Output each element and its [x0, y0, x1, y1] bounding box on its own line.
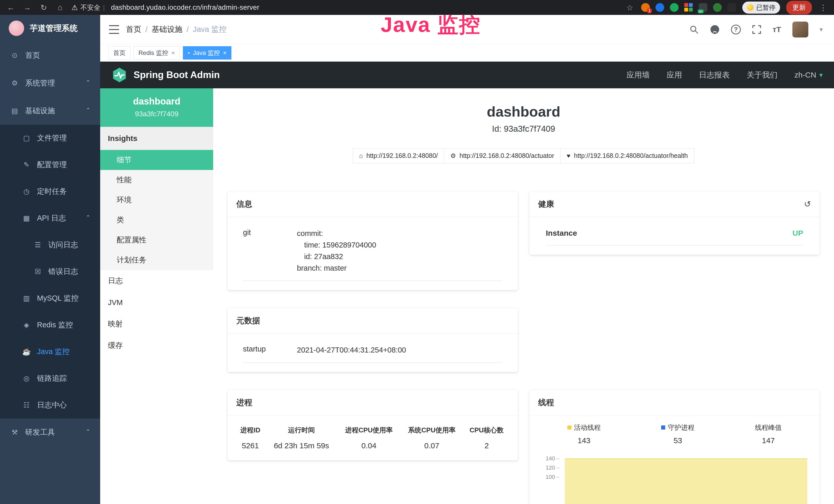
ext-paw-icon[interactable] — [727, 3, 736, 12]
process-col-header: CPU核心数 — [463, 422, 510, 438]
help-icon[interactable]: ? — [731, 25, 741, 35]
emoji-face-icon — [747, 4, 753, 11]
sba-item-mappings[interactable]: 映射 — [100, 313, 213, 335]
tag-java-monitor[interactable]: ● Java 监控 × — [183, 46, 232, 60]
sba-brand[interactable]: Spring Boot Admin — [111, 67, 220, 83]
fullscreen-icon[interactable] — [752, 25, 761, 34]
sba-locale-select[interactable]: zh-CN ▾ — [794, 71, 823, 79]
address-url[interactable]: dashboard.yudao.iocoder.cn/infra/admin-s… — [111, 4, 259, 12]
sba-item-classes[interactable]: 类 — [100, 210, 213, 230]
sidebar-item-redis-monitor[interactable]: ◈ Redis 监控 — [0, 312, 100, 338]
back-icon[interactable]: ← — [6, 3, 16, 12]
ext-on-badge-icon[interactable]: on — [699, 3, 707, 12]
chevron-down-icon: ˇ — [87, 79, 89, 88]
health-instance-label: Instance — [546, 229, 577, 237]
link-actuator-url[interactable]: ⚙ http://192.168.0.2:48080/actuator — [444, 148, 561, 163]
sba-instance-header[interactable]: dashboard 93a3fc7f7409 — [100, 88, 213, 127]
sidebar-item-label: 错误日志 — [48, 267, 78, 277]
breadcrumb-home[interactable]: 首页 — [126, 24, 141, 35]
tag-redis-monitor[interactable]: Redis 监控 × — [134, 46, 180, 60]
ext-green-circle-icon[interactable] — [670, 3, 679, 12]
health-status-badge: UP — [792, 229, 803, 237]
link-service-url[interactable]: ⌂ http://192.168.0.2:48080/ — [353, 148, 444, 163]
sba-main: dashboard Id: 93a3fc7f7409 ⌂ http://192.… — [213, 88, 834, 504]
sidebar-item-config-management[interactable]: ✎ 配置管理 — [0, 152, 100, 178]
sba-item-jvm[interactable]: JVM — [100, 292, 213, 313]
tools-icon: ⚒ — [10, 428, 19, 436]
app-shell: 芋道管理系统 ⊙ 首页 ⚙ 系统管理 ˇ ▤ 基础设施 ˆ ▢ 文件管理 ✎ — [0, 15, 834, 504]
sba-item-caches[interactable]: 缓存 — [100, 335, 213, 357]
java-monitor-icon: ☕ — [22, 348, 31, 356]
ext-grid-icon[interactable] — [684, 3, 693, 12]
app-logo[interactable]: 芋道管理系统 — [0, 15, 100, 42]
sidebar-item-label: 系统管理 — [25, 78, 55, 88]
sidebar-item-link-tracing[interactable]: ◎ 链路追踪 — [0, 365, 100, 392]
chevron-down-icon: ˇ — [87, 428, 89, 437]
sba-nav-wall[interactable]: 应用墙 — [627, 70, 650, 81]
info-value: commit: time: 1596289704000 id: 27aa832 … — [297, 228, 376, 274]
error-log-icon: ☒ — [34, 268, 42, 276]
legend-label-text: 线程峰值 — [755, 423, 782, 432]
card-threads: 线程 活动线程 143 — [529, 390, 820, 504]
bookmark-star-icon[interactable]: ☆ — [625, 3, 635, 12]
update-button[interactable]: 更新 — [786, 1, 812, 15]
breadcrumb-infrastructure[interactable]: 基础设施 — [152, 24, 182, 35]
ext-leaf-icon[interactable] — [713, 3, 722, 12]
sba-item-scheduled-tasks[interactable]: 计划任务 — [100, 250, 213, 270]
sba-item-metrics[interactable]: 性能 — [100, 170, 213, 190]
github-icon[interactable] — [710, 25, 720, 35]
user-avatar[interactable] — [792, 22, 808, 38]
search-icon[interactable] — [689, 25, 699, 34]
link-health-url[interactable]: ♥ http://192.168.0.2:48080/actuator/heal… — [560, 148, 694, 163]
sidebar-item-system-management[interactable]: ⚙ 系统管理 ˇ — [0, 69, 100, 97]
history-icon[interactable]: ↺ — [804, 199, 811, 209]
link-url: http://192.168.0.2:48080/actuator/health — [574, 152, 688, 159]
sidebar-collapse-icon[interactable] — [109, 25, 119, 34]
sba-item-logs[interactable]: 日志 — [100, 270, 213, 292]
sidebar-item-home[interactable]: ⊙ 首页 — [0, 42, 100, 69]
sidebar-item-error-logs[interactable]: ☒ 错误日志 — [0, 258, 100, 285]
main-column: 首页 / 基础设施 / Java 监控 ? — [100, 15, 834, 504]
card-metadata-header: 元数据 — [227, 308, 518, 334]
avatar-caret-icon[interactable]: ▾ — [820, 26, 823, 33]
legend-label-text: 活动线程 — [574, 423, 601, 432]
screen: ← → ↻ ⌂ ⚠ 不安全 | dashboard.yudao.iocoder.… — [0, 0, 834, 504]
tag-close-icon[interactable]: × — [223, 49, 226, 56]
threads-chart: 140 120 100 — [543, 454, 809, 504]
sba-item-config-props[interactable]: 配置属性 — [100, 230, 213, 250]
tag-close-icon[interactable]: × — [171, 49, 175, 56]
reload-icon[interactable]: ↻ — [39, 3, 49, 12]
forward-icon[interactable]: → — [22, 3, 32, 12]
sidebar-item-scheduled-tasks[interactable]: ◷ 定时任务 — [0, 178, 100, 205]
breadcrumb-separator: / — [186, 25, 189, 34]
security-chip[interactable]: ⚠ 不安全 | — [71, 3, 105, 12]
font-size-icon[interactable]: тT — [773, 25, 781, 34]
health-instance-row: Instance UP — [546, 224, 803, 246]
sidebar-item-api-logs[interactable]: ▦ API 日志 ˆ — [0, 205, 100, 232]
metadata-row-startup: startup 2021-04-27T00:44:31.254+08:00 — [243, 340, 502, 363]
sidebar-item-java-monitor[interactable]: ☕ Java 监控 — [0, 338, 100, 365]
sidebar-item-dev-tools[interactable]: ⚒ 研发工具 ˇ — [0, 418, 100, 446]
sidebar-item-infrastructure[interactable]: ▤ 基础设施 ˆ — [0, 97, 100, 125]
sba-item-environment[interactable]: 环境 — [100, 190, 213, 210]
ext-blue-drop-icon[interactable] — [656, 3, 664, 12]
sba-nav-about[interactable]: 关于我们 — [747, 70, 777, 81]
sba-item-details[interactable]: 细节 — [100, 150, 213, 170]
tag-home[interactable]: 首页 — [108, 46, 130, 60]
card-process-header: 进程 — [227, 390, 518, 415]
info-key: git — [243, 228, 297, 274]
sidebar-item-access-logs[interactable]: ☰ 访问日志 — [0, 232, 100, 258]
sba-nav-journal[interactable]: 日志报表 — [699, 70, 730, 81]
paused-badge[interactable]: 已暂停 — [742, 2, 780, 14]
sba-brand-title: Spring Boot Admin — [134, 70, 220, 81]
home-icon[interactable]: ⌂ — [55, 3, 65, 12]
sidebar-item-mysql-monitor[interactable]: ▥ MySQL 监控 — [0, 285, 100, 312]
tag-label: 首页 — [113, 49, 126, 57]
sidebar-item-log-center[interactable]: ☷ 日志中心 — [0, 392, 100, 418]
cards-grid: 信息 git commit: time: 1596289704000 id: 2… — [213, 191, 834, 504]
ext-orange-icon[interactable]: 1 — [641, 3, 650, 12]
sba-nav-applications[interactable]: 应用 — [666, 70, 682, 81]
metadata-key: startup — [243, 344, 297, 356]
sidebar-item-file-management[interactable]: ▢ 文件管理 — [0, 125, 100, 152]
browser-menu-icon[interactable]: ⋮ — [818, 3, 828, 12]
